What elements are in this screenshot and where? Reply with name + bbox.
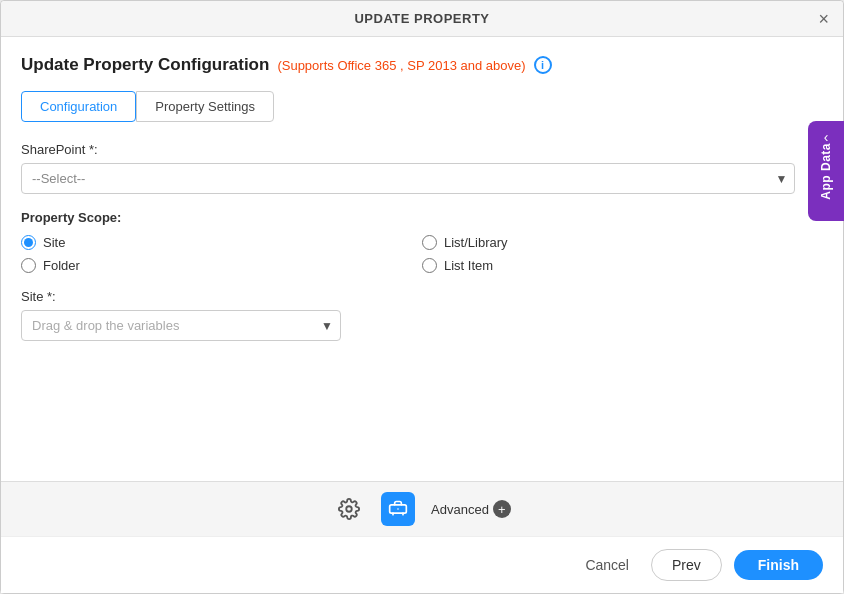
scope-option-site-label: Site: [43, 235, 65, 250]
modal-body: Update Property Configuration (Supports …: [1, 37, 843, 481]
footer-bar: Advanced +: [1, 481, 843, 536]
scope-radio-list-item[interactable]: [422, 258, 437, 273]
settings-icon-button[interactable]: [333, 493, 365, 525]
cancel-button[interactable]: Cancel: [575, 551, 639, 579]
scope-label: Property Scope:: [21, 210, 823, 225]
tab-property-settings[interactable]: Property Settings: [136, 91, 274, 122]
page-heading-subtitle: (Supports Office 365 , SP 2013 and above…: [277, 58, 525, 73]
app-data-panel[interactable]: ‹ App Data: [808, 121, 844, 221]
site-label: Site *:: [21, 289, 823, 304]
scope-radio-list-library[interactable]: [422, 235, 437, 250]
modal-action-bar: Cancel Prev Finish: [1, 536, 843, 593]
sharepoint-select[interactable]: --Select--: [21, 163, 795, 194]
site-input[interactable]: [21, 310, 341, 341]
svg-point-0: [346, 506, 352, 512]
sharepoint-field-group: SharePoint *: --Select-- ▼ +: [21, 142, 823, 194]
app-icon-button[interactable]: [381, 492, 415, 526]
scope-option-folder-label: Folder: [43, 258, 80, 273]
tab-configuration[interactable]: Configuration: [21, 91, 136, 122]
scope-option-list-library-label: List/Library: [444, 235, 508, 250]
property-scope-group: Property Scope: Site List/Library Folder: [21, 210, 823, 273]
scope-option-list-item-label: List Item: [444, 258, 493, 273]
scope-option-list-item[interactable]: List Item: [422, 258, 823, 273]
advanced-plus-icon: +: [493, 500, 511, 518]
scope-radio-folder[interactable]: [21, 258, 36, 273]
prev-button[interactable]: Prev: [651, 549, 722, 581]
sharepoint-label: SharePoint *:: [21, 142, 823, 157]
advanced-label: Advanced: [431, 502, 489, 517]
scope-radio-site[interactable]: [21, 235, 36, 250]
page-heading-title: Update Property Configuration: [21, 55, 269, 75]
advanced-button[interactable]: Advanced +: [431, 500, 511, 518]
scope-options: Site List/Library Folder List Item: [21, 235, 823, 273]
modal-titlebar: UPDATE PROPERTY ×: [1, 1, 843, 37]
tab-bar: Configuration Property Settings: [21, 91, 823, 122]
close-button[interactable]: ×: [818, 10, 829, 28]
modal-title: UPDATE PROPERTY: [354, 11, 489, 26]
scope-option-folder[interactable]: Folder: [21, 258, 422, 273]
scope-option-site[interactable]: Site: [21, 235, 422, 250]
sharepoint-select-wrapper: --Select-- ▼ +: [21, 163, 823, 194]
sharepoint-select-container: --Select-- ▼: [21, 163, 795, 194]
finish-button[interactable]: Finish: [734, 550, 823, 580]
info-icon[interactable]: i: [534, 56, 552, 74]
site-field-group: Site *: ▼: [21, 289, 823, 341]
scope-option-list-library[interactable]: List/Library: [422, 235, 823, 250]
update-property-modal: UPDATE PROPERTY × Update Property Config…: [0, 0, 844, 594]
app-data-label: App Data: [819, 143, 833, 200]
page-heading: Update Property Configuration (Supports …: [21, 55, 823, 75]
site-select-container: ▼: [21, 310, 341, 341]
